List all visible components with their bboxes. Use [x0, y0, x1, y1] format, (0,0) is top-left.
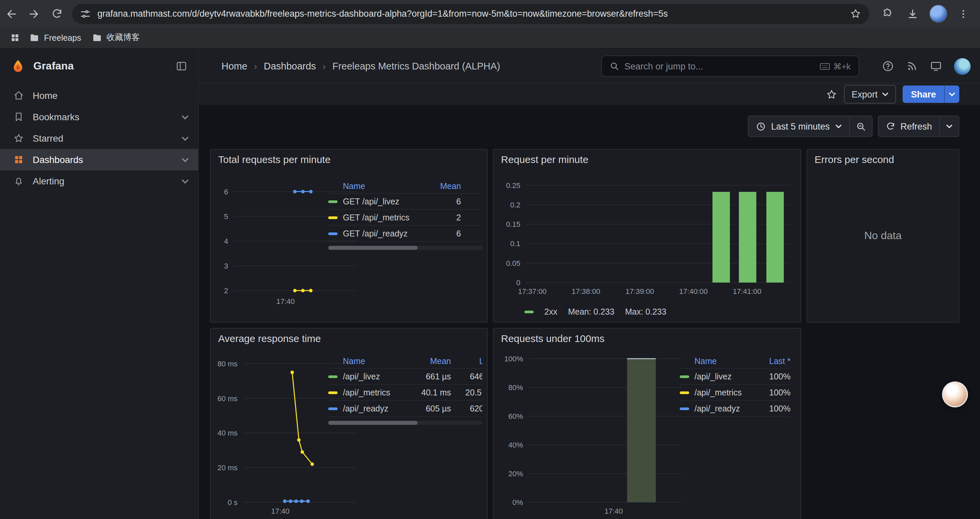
series-value: 6	[424, 229, 461, 238]
favorite-star-button[interactable]	[826, 88, 838, 100]
sidebar-item-starred[interactable]: Starred	[0, 128, 198, 149]
legend-scrollbar[interactable]	[328, 246, 482, 250]
downloads-button[interactable]	[901, 2, 924, 25]
extensions-button[interactable]	[876, 2, 899, 25]
browser-profile-button[interactable]	[927, 2, 949, 25]
legend-column-header[interactable]: Last	[460, 356, 482, 366]
svg-text:17:40: 17:40	[605, 507, 623, 515]
back-button[interactable]	[0, 2, 23, 25]
series-name[interactable]: GET /api/_metrics	[343, 213, 424, 222]
series-value: 100%	[756, 388, 791, 397]
chevron-down-icon[interactable]	[181, 115, 189, 119]
series-color-icon	[328, 407, 337, 410]
series-name[interactable]: /api/_metrics	[343, 388, 414, 397]
legend-column-header[interactable]: Mean	[424, 181, 461, 191]
browser-menu-button[interactable]	[952, 2, 975, 25]
series-value: 605 µs	[414, 404, 451, 413]
legend-icon-spacer	[680, 360, 689, 363]
series-name[interactable]: /api/_livez	[343, 372, 414, 381]
site-info-icon[interactable]	[80, 8, 91, 19]
legend-row: GET /api/_metrics2	[328, 210, 482, 226]
panel-title[interactable]: Total requests per minute	[218, 153, 331, 165]
svg-text:40%: 40%	[508, 441, 523, 449]
share-split-button: Share	[903, 86, 959, 103]
time-picker-group: Last 5 minutes	[748, 115, 873, 137]
series-value: 100%	[756, 404, 791, 413]
chevron-down-icon[interactable]	[181, 157, 189, 162]
series-name[interactable]: GET /api/_readyz	[343, 229, 424, 238]
folder-icon	[92, 33, 102, 43]
help-icon[interactable]	[882, 60, 894, 72]
scrollbar-thumb[interactable]	[328, 246, 418, 250]
legend-header: NameMean	[328, 179, 482, 194]
bookmark-folder-freeleaps[interactable]: Freeleaps	[24, 30, 86, 46]
svg-text:60%: 60%	[508, 412, 523, 420]
refresh-interval-button[interactable]	[939, 116, 959, 136]
series-name[interactable]: GET /api/_livez	[343, 197, 424, 206]
assistant-avatar[interactable]	[942, 382, 968, 407]
export-button[interactable]: Export	[844, 85, 896, 104]
legend-row: /api/_metrics40.1 ms20.5 ms	[328, 385, 482, 401]
legend-column-header[interactable]: Mean	[414, 356, 451, 366]
legend-header: NameMeanLast	[328, 354, 482, 369]
legend-row: /api/_livez100%	[680, 369, 791, 385]
series-name[interactable]: /api/_readyz	[343, 404, 414, 413]
chart-requests-under-100ms[interactable]: 100%80%60%40%20%0%17:40	[499, 351, 686, 519]
series-name[interactable]: 2xx	[544, 307, 557, 316]
time-range-button[interactable]: Last 5 minutes	[749, 116, 849, 136]
refresh-button[interactable]: Refresh	[878, 116, 939, 136]
grafana-main: Home › Dashboards › Freeleaps Metrics Da…	[199, 49, 980, 519]
sidebar-item-home[interactable]: Home	[0, 85, 198, 106]
reload-icon	[51, 8, 62, 19]
search-icon	[610, 61, 619, 71]
user-avatar[interactable]	[954, 58, 970, 75]
sidebar-item-alerting[interactable]: Alerting	[0, 170, 198, 192]
panel-request-per-minute: Request per minute 0.250.20.150.10.05017…	[493, 149, 801, 323]
panel-title[interactable]: Request per minute	[501, 153, 589, 165]
grafana-logo[interactable]	[11, 59, 25, 73]
chart-request-per-minute[interactable]: 0.250.20.150.10.05017:37:0017:38:0017:39…	[499, 174, 797, 307]
apps-grid-button[interactable]	[5, 29, 24, 47]
sidebar-collapse-button[interactable]	[175, 60, 188, 72]
share-button[interactable]: Share	[903, 86, 944, 103]
search-shortcut: ⌘+k	[820, 61, 851, 71]
legend-column-header[interactable]: Name	[343, 181, 424, 191]
series-name[interactable]: /api/_readyz	[694, 404, 756, 413]
chevron-down-icon[interactable]	[181, 136, 189, 141]
news-rss-icon[interactable]	[906, 60, 918, 72]
header-icons	[882, 49, 970, 83]
svg-text:5: 5	[224, 212, 228, 221]
panel-title[interactable]: Average response time	[218, 333, 321, 344]
breadcrumb-item-dashboards[interactable]: Dashboards	[264, 61, 316, 71]
monitor-icon[interactable]	[930, 60, 942, 72]
legend-column-header[interactable]: Name	[694, 356, 756, 366]
sidebar-item-label: Dashboards	[33, 154, 173, 165]
legend-icon-spacer	[328, 360, 337, 363]
legend-scrollbar[interactable]	[328, 421, 482, 425]
sidebar-item-dashboards[interactable]: Dashboards	[0, 149, 198, 170]
sidebar-item-bookmarks[interactable]: Bookmarks	[0, 106, 198, 128]
search-input[interactable]: Search or jump to... ⌘+k	[601, 56, 859, 77]
breadcrumb-item-home[interactable]: Home	[221, 61, 247, 71]
share-dropdown-button[interactable]	[944, 86, 959, 103]
forward-button[interactable]	[23, 2, 45, 25]
series-name[interactable]: /api/_livez	[694, 372, 756, 381]
legend-column-header[interactable]: Name	[343, 356, 414, 366]
legend-column-header[interactable]: Last *	[756, 356, 791, 366]
panel-requests-under-100ms: Requests under 100ms 100%80%60%40%20%0%1…	[493, 328, 801, 519]
apps-grid-icon	[10, 33, 20, 43]
bookmark-star-icon[interactable]	[850, 8, 861, 19]
bookmark-folder-blogs[interactable]: 收藏博客	[86, 30, 145, 46]
reload-button[interactable]	[45, 2, 68, 25]
url-bar[interactable]: grafana.mathmast.com/d/deytv4rwavabkb/fr…	[72, 4, 869, 24]
panel-title[interactable]: Requests under 100ms	[501, 333, 605, 344]
series-color-icon	[680, 391, 689, 394]
series-name[interactable]: /api/_metrics	[694, 388, 756, 397]
chevron-down-icon	[946, 124, 953, 128]
legend-header: NameLast *	[680, 354, 791, 369]
chevron-down-icon[interactable]	[181, 179, 189, 184]
zoom-out-button[interactable]	[849, 116, 872, 136]
url-text: grafana.mathmast.com/d/deytv4rwavabkb/fr…	[97, 9, 843, 19]
scrollbar-thumb[interactable]	[328, 421, 418, 425]
sidebar-item-label: Starred	[33, 133, 173, 144]
